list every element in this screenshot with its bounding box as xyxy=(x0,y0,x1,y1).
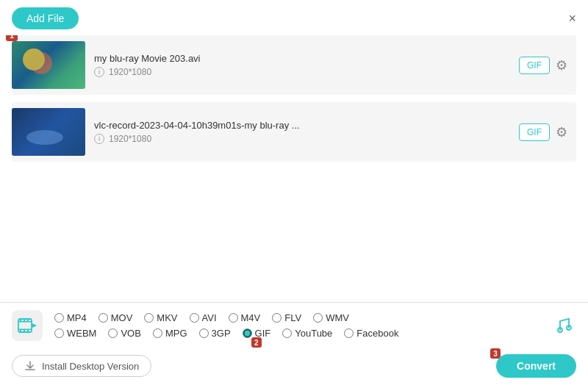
radio-m4v[interactable] xyxy=(229,313,238,323)
format-facebook[interactable]: Facebook xyxy=(344,328,398,339)
radio-wmv[interactable] xyxy=(313,313,323,323)
thumbnail-1 xyxy=(12,41,85,89)
info-icon-1: i xyxy=(94,67,104,77)
file-resolution-2: 1920*1080 xyxy=(109,134,151,144)
bottom-actions: Install Desktop Version 3 Convert xyxy=(0,348,588,388)
file-item-2: vlc-record-2023-04-04-10h39m01s-my blu-r… xyxy=(12,102,576,162)
format-mkv[interactable]: MKV xyxy=(144,312,177,323)
radio-flv[interactable] xyxy=(272,313,282,323)
format-line-2: WEBM VOB MPG 3GP GIF 2 xyxy=(54,328,544,339)
install-label: Install Desktop Version xyxy=(42,361,139,372)
file-meta-2: i 1920*1080 xyxy=(94,134,513,144)
file-actions-1: GIF ⚙ xyxy=(519,57,567,74)
file-name-1: my blu-ray Movie 203.avi xyxy=(94,53,513,64)
film-icon xyxy=(18,316,37,335)
format-vob[interactable]: VOB xyxy=(108,328,140,339)
file-info-2: vlc-record-2023-04-04-10h39m01s-my blu-r… xyxy=(94,120,513,144)
radio-mov[interactable] xyxy=(98,313,108,323)
settings-button-2[interactable]: ⚙ xyxy=(556,126,567,139)
radio-youtube[interactable] xyxy=(282,328,292,338)
gif-button-1[interactable]: GIF xyxy=(519,57,550,74)
close-button[interactable]: × xyxy=(568,12,576,25)
format-mov[interactable]: MOV xyxy=(98,312,133,323)
app-window: Add File × 1 my blu-ray Movie 203.avi i … xyxy=(0,0,588,388)
file-info-1: my blu-ray Movie 203.avi i 1920*1080 xyxy=(94,53,513,77)
convert-button[interactable]: Convert xyxy=(496,354,576,378)
radio-3gp[interactable] xyxy=(199,328,209,338)
bottom-panel: MP4 MOV MKV AVI M4V FLV xyxy=(0,302,588,388)
svg-rect-7 xyxy=(24,330,25,332)
info-icon-2: i xyxy=(94,134,104,144)
svg-rect-1 xyxy=(18,321,32,323)
file-resolution-1: 1920*1080 xyxy=(109,67,151,77)
format-wmv[interactable]: WMV xyxy=(313,312,349,323)
radio-mkv[interactable] xyxy=(144,313,154,323)
format-mp4[interactable]: MP4 xyxy=(54,312,87,323)
svg-rect-2 xyxy=(18,329,32,331)
file-list-area: 1 my blu-ray Movie 203.avi i 1920*1080 G… xyxy=(0,35,588,302)
svg-rect-5 xyxy=(27,319,29,321)
format-flv[interactable]: FLV xyxy=(272,312,301,323)
music-icon xyxy=(550,312,576,339)
format-avi[interactable]: AVI xyxy=(190,312,217,323)
radio-mpg[interactable] xyxy=(153,328,162,338)
format-gif[interactable]: GIF 2 xyxy=(243,328,271,339)
svg-rect-8 xyxy=(27,330,29,332)
format-row: MP4 MOV MKV AVI M4V FLV xyxy=(0,303,588,348)
format-mpg[interactable]: MPG xyxy=(153,328,187,339)
format-options: MP4 MOV MKV AVI M4V FLV xyxy=(54,312,544,339)
radio-gif[interactable] xyxy=(243,328,252,338)
format-line-1: MP4 MOV MKV AVI M4V FLV xyxy=(54,312,544,323)
format-3gp[interactable]: 3GP xyxy=(199,328,231,339)
install-button[interactable]: Install Desktop Version xyxy=(12,355,151,377)
file-name-2: vlc-record-2023-04-04-10h39m01s-my blu-r… xyxy=(94,120,513,131)
thumbnail-2 xyxy=(12,108,85,156)
svg-rect-4 xyxy=(24,319,25,321)
add-file-button[interactable]: Add File xyxy=(12,7,79,29)
format-m4v[interactable]: M4V xyxy=(229,312,261,323)
radio-vob[interactable] xyxy=(108,328,118,338)
top-bar: Add File × xyxy=(0,0,588,35)
radio-facebook[interactable] xyxy=(344,328,354,338)
radio-avi[interactable] xyxy=(190,313,199,323)
file-item-1: 1 my blu-ray Movie 203.avi i 1920*1080 G… xyxy=(12,35,576,95)
radio-mp4[interactable] xyxy=(54,313,64,323)
convert-wrapper: 3 Convert xyxy=(496,354,576,378)
gif-button-2[interactable]: GIF xyxy=(519,123,550,141)
badge-2: 2 xyxy=(251,337,262,348)
badge-1: 1 xyxy=(6,35,18,41)
svg-marker-9 xyxy=(32,323,37,328)
svg-rect-6 xyxy=(20,330,21,332)
file-actions-2: GIF ⚙ xyxy=(519,123,567,141)
video-format-icon xyxy=(12,310,43,341)
download-icon xyxy=(24,360,36,372)
radio-webm[interactable] xyxy=(54,328,64,338)
format-youtube[interactable]: YouTube xyxy=(282,328,332,339)
svg-rect-3 xyxy=(20,319,21,321)
settings-button-1[interactable]: ⚙ xyxy=(556,59,567,72)
format-webm[interactable]: WEBM xyxy=(54,328,96,339)
file-meta-1: i 1920*1080 xyxy=(94,67,513,77)
